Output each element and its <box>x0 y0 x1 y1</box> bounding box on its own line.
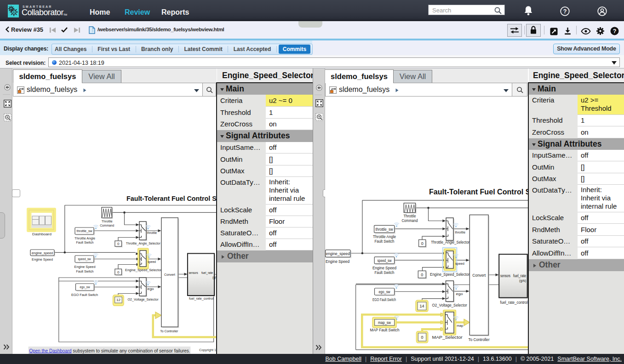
svg-text:Throttle_Angle_Selector: Throttle_Angle_Selector <box>126 241 160 245</box>
svg-text:Throttle: Throttle <box>403 214 416 218</box>
svg-text:O2_Voltage_Selector: O2_Voltage_Selector <box>128 297 159 301</box>
svg-text:Fault Switch: Fault Switch <box>375 270 395 275</box>
svg-text:fuel_rate_control: fuel_rate_control <box>500 300 528 305</box>
svg-text:12: 12 <box>116 298 120 302</box>
svg-text:Throttle: Throttle <box>102 219 113 223</box>
svg-text:Engine_Speed_Selector: Engine_Speed_Selector <box>125 268 161 272</box>
svg-text:speed: speed <box>148 260 156 264</box>
svg-text:(g/s): (g/s) <box>519 279 527 283</box>
svg-text:Fault-Tolerant Fuel Control Sy: Fault-Tolerant Fuel Control System <box>429 188 528 196</box>
svg-text:(g/s): (g/s) <box>212 276 216 279</box>
svg-text:throttle: throttle <box>455 230 466 234</box>
svg-text:map_sw: map_sw <box>378 320 391 325</box>
svg-text:O2_Voltage_Selector: O2_Voltage_Selector <box>432 303 467 307</box>
svg-text:?: ? <box>613 28 617 34</box>
svg-text:Convert: Convert <box>472 273 486 278</box>
svg-text:Engine Speed: Engine Speed <box>372 266 396 270</box>
svg-text:14: 14 <box>419 304 424 308</box>
svg-text:map: map <box>457 324 463 328</box>
svg-text:Engine Speed: Engine Speed <box>326 259 349 264</box>
svg-text:Fault Switch: Fault Switch <box>76 240 94 245</box>
svg-text:MAP_Selector: MAP_Selector <box>432 335 463 340</box>
svg-text:Convert: Convert <box>164 273 176 277</box>
svg-text:ego: ego <box>456 292 464 296</box>
svg-text:Engine Speed: Engine Speed <box>74 265 96 269</box>
svg-text:speed_sw: speed_sw <box>377 258 391 263</box>
svg-text:fuel_rate_control: fuel_rate_control <box>189 296 213 301</box>
svg-text:engine_speed: engine_speed <box>32 251 53 255</box>
svg-text:0: 0 <box>117 242 120 246</box>
svg-text:Fault-Tolerant Fuel Control Sy: Fault-Tolerant Fuel Control System <box>126 194 216 202</box>
svg-text:Command: Command <box>401 218 418 223</box>
svg-text:MAP Fault Switch: MAP Fault Switch <box>370 328 400 332</box>
svg-text:EGO Fault Switch: EGO Fault Switch <box>71 293 98 297</box>
svg-text:fuel_rate: fuel_rate <box>201 271 213 275</box>
svg-text:speed: speed <box>455 262 464 266</box>
svg-text:0: 0 <box>421 273 423 277</box>
svg-text:?: ? <box>563 8 567 15</box>
svg-text:Fault Switch: Fault Switch <box>76 269 94 273</box>
svg-text:Copyright 1: Copyright 1 <box>199 348 216 352</box>
svg-text:engine_speed: engine_speed <box>326 251 350 256</box>
svg-text:Dashboard: Dashboard <box>32 232 52 236</box>
svg-text:sensors: sensors <box>500 273 510 278</box>
svg-text:To Controller: To Controller <box>469 337 490 342</box>
svg-text:ego: ego <box>148 287 154 291</box>
svg-text:Engine_Speed_Selector: Engine_Speed_Selector <box>430 272 469 277</box>
svg-text:0: 0 <box>421 335 423 340</box>
svg-text:Throttle Angle: Throttle Angle <box>373 234 396 239</box>
svg-text:Engine Speed: Engine Speed <box>32 257 53 262</box>
svg-text:throttle_sw: throttle_sw <box>77 229 92 233</box>
svg-text:Open the Dashboard subsystem t: Open the Dashboard subsystem to simulate… <box>29 348 190 353</box>
svg-text:0: 0 <box>421 241 424 246</box>
svg-text:ego_sw: ego_sw <box>379 290 390 294</box>
svg-text:To Controller: To Controller <box>160 329 178 333</box>
svg-text:fuel_rate: fuel_rate <box>513 273 526 278</box>
svg-text:Fault Switch: Fault Switch <box>375 239 395 244</box>
svg-text:throttle_sw: throttle_sw <box>376 227 393 232</box>
svg-text:EGO Fault Switch: EGO Fault Switch <box>372 297 396 302</box>
svg-text:sensors: sensors <box>189 271 198 275</box>
svg-text:Command: Command <box>100 223 114 228</box>
svg-text:Throttle Angle: Throttle Angle <box>74 236 95 240</box>
svg-text:ego_sw: ego_sw <box>80 285 90 289</box>
svg-text:0: 0 <box>117 270 120 274</box>
svg-text:throttle: throttle <box>147 231 157 235</box>
svg-text:speed_sw: speed_sw <box>78 257 91 261</box>
